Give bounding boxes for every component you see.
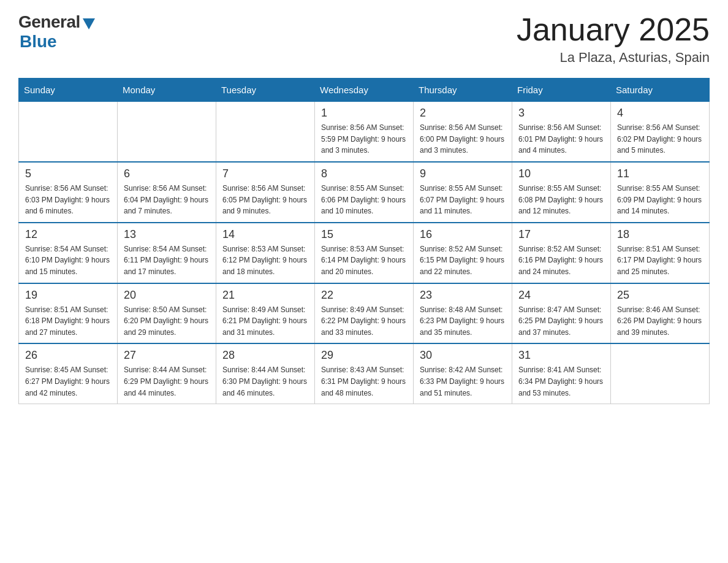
calendar-cell: 26Sunrise: 8:45 AM Sunset: 6:27 PM Dayli… [19, 343, 118, 404]
calendar-cell: 16Sunrise: 8:52 AM Sunset: 6:15 PM Dayli… [414, 223, 512, 283]
day-number: 30 [420, 349, 506, 362]
calendar-week-row-1: 1Sunrise: 8:56 AM Sunset: 5:59 PM Daylig… [19, 102, 710, 162]
calendar-week-row-5: 26Sunrise: 8:45 AM Sunset: 6:27 PM Dayli… [19, 343, 710, 404]
weekday-header-row: SundayMondayTuesdayWednesdayThursdayFrid… [19, 79, 710, 102]
calendar-table: SundayMondayTuesdayWednesdayThursdayFrid… [18, 78, 710, 404]
calendar-cell: 11Sunrise: 8:55 AM Sunset: 6:09 PM Dayli… [611, 162, 710, 223]
calendar-cell: 13Sunrise: 8:54 AM Sunset: 6:11 PM Dayli… [118, 223, 216, 283]
calendar-cell: 12Sunrise: 8:54 AM Sunset: 6:10 PM Dayli… [19, 223, 118, 283]
day-info: Sunrise: 8:48 AM Sunset: 6:23 PM Dayligh… [420, 304, 506, 339]
calendar-cell: 22Sunrise: 8:49 AM Sunset: 6:22 PM Dayli… [315, 283, 414, 344]
calendar-cell: 23Sunrise: 8:48 AM Sunset: 6:23 PM Dayli… [414, 283, 512, 344]
day-info: Sunrise: 8:41 AM Sunset: 6:34 PM Dayligh… [518, 364, 604, 399]
day-info: Sunrise: 8:50 AM Sunset: 6:20 PM Dayligh… [124, 304, 210, 339]
calendar-cell: 25Sunrise: 8:46 AM Sunset: 6:26 PM Dayli… [611, 283, 710, 344]
calendar-cell: 19Sunrise: 8:51 AM Sunset: 6:18 PM Dayli… [19, 283, 118, 344]
day-info: Sunrise: 8:42 AM Sunset: 6:33 PM Dayligh… [420, 364, 506, 399]
calendar-cell: 24Sunrise: 8:47 AM Sunset: 6:25 PM Dayli… [512, 283, 611, 344]
day-info: Sunrise: 8:45 AM Sunset: 6:27 PM Dayligh… [25, 364, 111, 399]
day-number: 8 [321, 167, 407, 180]
day-number: 4 [617, 107, 703, 120]
calendar-cell: 1Sunrise: 8:56 AM Sunset: 5:59 PM Daylig… [315, 102, 414, 162]
day-info: Sunrise: 8:51 AM Sunset: 6:18 PM Dayligh… [25, 304, 111, 339]
day-info: Sunrise: 8:54 AM Sunset: 6:11 PM Dayligh… [124, 243, 210, 278]
calendar-cell: 17Sunrise: 8:52 AM Sunset: 6:16 PM Dayli… [512, 223, 611, 283]
calendar-cell [118, 102, 216, 162]
calendar-week-row-2: 5Sunrise: 8:56 AM Sunset: 6:03 PM Daylig… [19, 162, 710, 223]
day-number: 11 [617, 167, 703, 180]
day-info: Sunrise: 8:52 AM Sunset: 6:15 PM Dayligh… [420, 243, 506, 278]
calendar-cell: 30Sunrise: 8:42 AM Sunset: 6:33 PM Dayli… [414, 343, 512, 404]
day-number: 20 [124, 289, 210, 302]
day-number: 29 [321, 349, 407, 362]
day-info: Sunrise: 8:56 AM Sunset: 6:02 PM Dayligh… [617, 122, 703, 156]
day-info: Sunrise: 8:49 AM Sunset: 6:22 PM Dayligh… [321, 304, 407, 339]
day-number: 15 [321, 228, 407, 241]
day-number: 23 [420, 289, 506, 302]
day-info: Sunrise: 8:44 AM Sunset: 6:29 PM Dayligh… [124, 364, 210, 399]
calendar-cell [611, 343, 710, 404]
weekday-header-wednesday: Wednesday [315, 79, 414, 102]
day-info: Sunrise: 8:52 AM Sunset: 6:16 PM Dayligh… [518, 243, 604, 278]
logo: General Blue [18, 12, 95, 52]
weekday-header-tuesday: Tuesday [216, 79, 315, 102]
day-info: Sunrise: 8:49 AM Sunset: 6:21 PM Dayligh… [222, 304, 308, 339]
day-number: 21 [222, 289, 308, 302]
logo-general-text: General [18, 12, 80, 32]
calendar-cell: 5Sunrise: 8:56 AM Sunset: 6:03 PM Daylig… [19, 162, 118, 223]
calendar-cell: 4Sunrise: 8:56 AM Sunset: 6:02 PM Daylig… [611, 102, 710, 162]
day-number: 1 [321, 107, 407, 120]
day-info: Sunrise: 8:56 AM Sunset: 5:59 PM Dayligh… [321, 122, 407, 156]
calendar-cell: 2Sunrise: 8:56 AM Sunset: 6:00 PM Daylig… [414, 102, 512, 162]
day-number: 2 [420, 107, 506, 120]
day-number: 7 [222, 167, 308, 180]
day-info: Sunrise: 8:54 AM Sunset: 6:10 PM Dayligh… [25, 243, 111, 278]
day-number: 5 [25, 167, 111, 180]
weekday-header-monday: Monday [118, 79, 216, 102]
weekday-header-saturday: Saturday [611, 79, 710, 102]
day-number: 14 [222, 228, 308, 241]
day-number: 19 [25, 289, 111, 302]
calendar-cell: 20Sunrise: 8:50 AM Sunset: 6:20 PM Dayli… [118, 283, 216, 344]
day-number: 3 [518, 107, 604, 120]
day-info: Sunrise: 8:55 AM Sunset: 6:09 PM Dayligh… [617, 183, 703, 217]
day-number: 6 [124, 167, 210, 180]
day-info: Sunrise: 8:56 AM Sunset: 6:04 PM Dayligh… [124, 183, 210, 217]
calendar-cell: 10Sunrise: 8:55 AM Sunset: 6:08 PM Dayli… [512, 162, 611, 223]
day-number: 16 [420, 228, 506, 241]
calendar-cell: 7Sunrise: 8:56 AM Sunset: 6:05 PM Daylig… [216, 162, 315, 223]
calendar-cell: 21Sunrise: 8:49 AM Sunset: 6:21 PM Dayli… [216, 283, 315, 344]
month-title: January 2025 [517, 12, 710, 47]
calendar-cell: 27Sunrise: 8:44 AM Sunset: 6:29 PM Dayli… [118, 343, 216, 404]
day-info: Sunrise: 8:56 AM Sunset: 6:03 PM Dayligh… [25, 183, 111, 217]
day-number: 13 [124, 228, 210, 241]
day-number: 10 [518, 167, 604, 180]
calendar-cell: 18Sunrise: 8:51 AM Sunset: 6:17 PM Dayli… [611, 223, 710, 283]
page-header: General Blue January 2025 La Plaza, Astu… [18, 12, 710, 66]
calendar-cell: 6Sunrise: 8:56 AM Sunset: 6:04 PM Daylig… [118, 162, 216, 223]
day-number: 31 [518, 349, 604, 362]
day-info: Sunrise: 8:53 AM Sunset: 6:12 PM Dayligh… [222, 243, 308, 278]
day-number: 9 [420, 167, 506, 180]
day-number: 12 [25, 228, 111, 241]
day-info: Sunrise: 8:44 AM Sunset: 6:30 PM Dayligh… [222, 364, 308, 399]
day-number: 24 [518, 289, 604, 302]
calendar-cell: 28Sunrise: 8:44 AM Sunset: 6:30 PM Dayli… [216, 343, 315, 404]
day-info: Sunrise: 8:56 AM Sunset: 6:01 PM Dayligh… [518, 122, 604, 156]
day-number: 28 [222, 349, 308, 362]
calendar-week-row-4: 19Sunrise: 8:51 AM Sunset: 6:18 PM Dayli… [19, 283, 710, 344]
calendar-cell: 8Sunrise: 8:55 AM Sunset: 6:06 PM Daylig… [315, 162, 414, 223]
day-number: 18 [617, 228, 703, 241]
day-info: Sunrise: 8:56 AM Sunset: 6:00 PM Dayligh… [420, 122, 506, 156]
calendar-cell: 14Sunrise: 8:53 AM Sunset: 6:12 PM Dayli… [216, 223, 315, 283]
calendar-cell: 29Sunrise: 8:43 AM Sunset: 6:31 PM Dayli… [315, 343, 414, 404]
day-number: 17 [518, 228, 604, 241]
day-number: 27 [124, 349, 210, 362]
logo-triangle-icon [83, 18, 95, 29]
day-info: Sunrise: 8:46 AM Sunset: 6:26 PM Dayligh… [617, 304, 703, 339]
weekday-header-sunday: Sunday [19, 79, 118, 102]
calendar-cell: 9Sunrise: 8:55 AM Sunset: 6:07 PM Daylig… [414, 162, 512, 223]
day-info: Sunrise: 8:43 AM Sunset: 6:31 PM Dayligh… [321, 364, 407, 399]
day-info: Sunrise: 8:47 AM Sunset: 6:25 PM Dayligh… [518, 304, 604, 339]
title-section: January 2025 La Plaza, Asturias, Spain [517, 12, 710, 66]
